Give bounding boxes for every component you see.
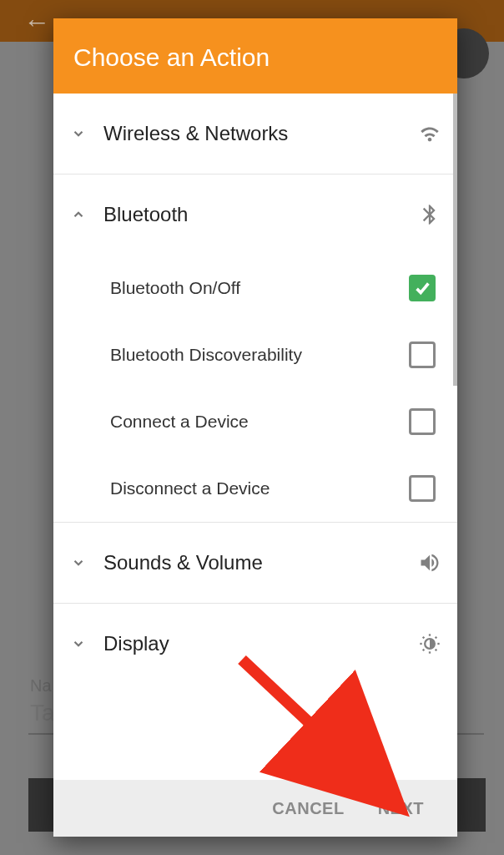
section-bluetooth: Bluetooth Bluetooth On/Off Bluetooth Dis…	[53, 175, 457, 523]
chevron-up-icon	[60, 207, 97, 222]
checkbox-unchecked[interactable]	[409, 475, 436, 502]
section-header-sounds[interactable]: Sounds & Volume	[53, 523, 451, 603]
section-title: Wireless & Networks	[97, 122, 409, 145]
checkbox-checked[interactable]	[409, 275, 436, 301]
choose-action-dialog: Choose an Action Wireless & Networks Blu	[53, 18, 457, 837]
chevron-down-icon	[60, 126, 97, 141]
checkbox-unchecked[interactable]	[409, 341, 436, 368]
item-label: Bluetooth On/Off	[110, 278, 409, 298]
chevron-down-icon	[60, 555, 97, 570]
volume-icon	[409, 551, 451, 574]
back-arrow-icon: ←	[23, 8, 50, 35]
item-label: Bluetooth Discoverability	[110, 345, 409, 365]
brightness-icon	[409, 632, 451, 655]
section-title: Bluetooth	[97, 203, 409, 226]
section-wireless-networks: Wireless & Networks	[53, 94, 457, 175]
next-button[interactable]: NEXT	[378, 799, 424, 818]
svg-line-7	[423, 650, 425, 651]
dialog-title: Choose an Action	[53, 18, 457, 94]
cancel-button[interactable]: CANCEL	[272, 799, 344, 818]
item-bluetooth-onoff[interactable]: Bluetooth On/Off	[53, 255, 451, 321]
item-label: Disconnect a Device	[110, 478, 409, 498]
section-header-display[interactable]: Display	[53, 604, 451, 684]
section-display: Display	[53, 604, 457, 684]
svg-line-3	[423, 637, 425, 639]
section-title: Sounds & Volume	[97, 551, 409, 574]
bg-name-label: Na	[30, 676, 52, 696]
scrollbar[interactable]	[453, 94, 457, 386]
item-disconnect-device[interactable]: Disconnect a Device	[53, 455, 451, 522]
section-header-wireless[interactable]: Wireless & Networks	[53, 94, 451, 174]
item-bluetooth-discoverability[interactable]: Bluetooth Discoverability	[53, 321, 451, 388]
bg-name-field: Ta	[30, 700, 55, 726]
section-title: Display	[97, 632, 409, 655]
wifi-icon	[409, 122, 451, 145]
chevron-down-icon	[60, 636, 97, 651]
item-label: Connect a Device	[110, 412, 409, 432]
section-sounds-volume: Sounds & Volume	[53, 523, 457, 604]
dialog-body[interactable]: Wireless & Networks Bluetooth Bluetooth …	[53, 94, 457, 780]
dialog-footer: CANCEL NEXT	[53, 780, 457, 837]
bluetooth-icon	[409, 203, 451, 226]
section-header-bluetooth[interactable]: Bluetooth	[53, 175, 451, 255]
svg-line-8	[436, 637, 437, 639]
svg-line-4	[436, 650, 437, 651]
checkbox-unchecked[interactable]	[409, 408, 436, 435]
item-connect-device[interactable]: Connect a Device	[53, 388, 451, 455]
